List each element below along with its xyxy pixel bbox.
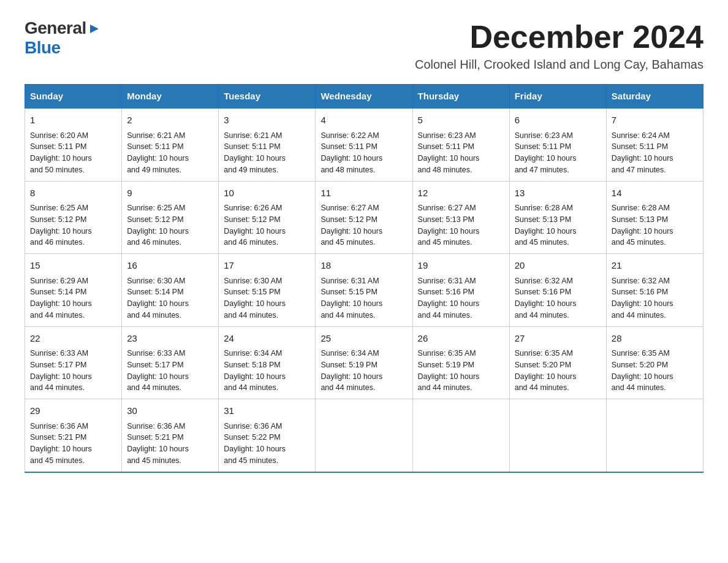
weekday-header-friday: Friday (509, 85, 606, 109)
calendar-table: SundayMondayTuesdayWednesdayThursdayFrid… (25, 84, 703, 473)
day-number: 12 (418, 186, 504, 201)
day-info: Sunrise: 6:35 AMSunset: 5:19 PMDaylight:… (418, 348, 504, 394)
calendar-cell: 30Sunrise: 6:36 AMSunset: 5:21 PMDayligh… (122, 399, 219, 472)
day-number: 18 (320, 259, 407, 273)
calendar-cell: 18Sunrise: 6:31 AMSunset: 5:15 PMDayligh… (316, 254, 412, 327)
calendar-cell: 4Sunrise: 6:22 AMSunset: 5:11 PMDaylight… (316, 108, 412, 181)
calendar-cell: 9Sunrise: 6:25 AMSunset: 5:12 PMDaylight… (122, 181, 219, 254)
day-number: 29 (30, 404, 116, 418)
header: General Blue December 2024 Colonel Hill,… (25, 18, 703, 72)
day-number: 16 (127, 259, 213, 273)
day-number: 2 (127, 113, 213, 128)
calendar-cell: 5Sunrise: 6:23 AMSunset: 5:11 PMDaylight… (412, 108, 509, 181)
calendar-cell: 24Sunrise: 6:34 AMSunset: 5:18 PMDayligh… (219, 326, 316, 399)
calendar-cell: 29Sunrise: 6:36 AMSunset: 5:21 PMDayligh… (25, 399, 122, 472)
calendar-cell: 15Sunrise: 6:29 AMSunset: 5:14 PMDayligh… (25, 254, 122, 327)
calendar-cell: 6Sunrise: 6:23 AMSunset: 5:11 PMDaylight… (509, 108, 606, 181)
calendar-cell: 11Sunrise: 6:27 AMSunset: 5:12 PMDayligh… (316, 181, 412, 254)
day-info: Sunrise: 6:29 AMSunset: 5:14 PMDaylight:… (30, 275, 116, 321)
calendar-cell: 16Sunrise: 6:30 AMSunset: 5:14 PMDayligh… (122, 254, 219, 327)
calendar-cell: 1Sunrise: 6:20 AMSunset: 5:11 PMDaylight… (25, 108, 122, 181)
day-number: 24 (224, 332, 310, 346)
day-info: Sunrise: 6:28 AMSunset: 5:13 PMDaylight:… (612, 202, 698, 248)
day-info: Sunrise: 6:28 AMSunset: 5:13 PMDaylight:… (515, 202, 601, 248)
day-number: 27 (515, 332, 601, 346)
calendar-cell: 10Sunrise: 6:26 AMSunset: 5:12 PMDayligh… (219, 181, 316, 254)
calendar-cell (316, 399, 412, 472)
weekday-header-monday: Monday (122, 85, 219, 109)
svg-marker-0 (90, 25, 99, 33)
weekday-header-sunday: Sunday (25, 85, 122, 109)
day-number: 14 (612, 186, 698, 201)
day-number: 31 (224, 404, 310, 418)
day-info: Sunrise: 6:31 AMSunset: 5:15 PMDaylight:… (320, 275, 407, 321)
calendar-cell: 14Sunrise: 6:28 AMSunset: 5:13 PMDayligh… (606, 181, 703, 254)
calendar-cell (606, 399, 703, 472)
day-number: 20 (515, 259, 601, 273)
day-info: Sunrise: 6:33 AMSunset: 5:17 PMDaylight:… (30, 348, 116, 394)
day-number: 23 (127, 332, 213, 346)
day-number: 26 (418, 332, 504, 346)
day-info: Sunrise: 6:32 AMSunset: 5:16 PMDaylight:… (515, 275, 601, 321)
day-number: 9 (127, 186, 213, 201)
day-number: 11 (320, 186, 407, 201)
day-number: 6 (515, 113, 601, 128)
calendar-cell: 2Sunrise: 6:21 AMSunset: 5:11 PMDaylight… (122, 108, 219, 181)
day-info: Sunrise: 6:21 AMSunset: 5:11 PMDaylight:… (127, 130, 213, 176)
day-number: 3 (224, 113, 310, 128)
day-number: 15 (30, 259, 116, 273)
day-number: 28 (612, 332, 698, 346)
day-info: Sunrise: 6:25 AMSunset: 5:12 PMDaylight:… (127, 202, 213, 248)
day-info: Sunrise: 6:31 AMSunset: 5:16 PMDaylight:… (418, 275, 504, 321)
day-number: 5 (418, 113, 504, 128)
day-info: Sunrise: 6:27 AMSunset: 5:12 PMDaylight:… (320, 202, 407, 248)
weekday-header-saturday: Saturday (606, 85, 703, 109)
day-info: Sunrise: 6:26 AMSunset: 5:12 PMDaylight:… (224, 202, 310, 248)
day-number: 25 (320, 332, 407, 346)
calendar-cell (509, 399, 606, 472)
calendar-cell (412, 399, 509, 472)
month-title: December 2024 (415, 18, 703, 55)
calendar-cell: 28Sunrise: 6:35 AMSunset: 5:20 PMDayligh… (606, 326, 703, 399)
day-info: Sunrise: 6:27 AMSunset: 5:13 PMDaylight:… (418, 202, 504, 248)
day-number: 13 (515, 186, 601, 201)
day-info: Sunrise: 6:21 AMSunset: 5:11 PMDaylight:… (224, 130, 310, 176)
calendar-cell: 13Sunrise: 6:28 AMSunset: 5:13 PMDayligh… (509, 181, 606, 254)
logo-arrow-icon (88, 22, 101, 36)
day-number: 30 (127, 404, 213, 418)
calendar-cell: 26Sunrise: 6:35 AMSunset: 5:19 PMDayligh… (412, 326, 509, 399)
day-info: Sunrise: 6:36 AMSunset: 5:22 PMDaylight:… (224, 421, 310, 467)
day-number: 10 (224, 186, 310, 201)
calendar-cell: 22Sunrise: 6:33 AMSunset: 5:17 PMDayligh… (25, 326, 122, 399)
day-info: Sunrise: 6:30 AMSunset: 5:15 PMDaylight:… (224, 275, 310, 321)
day-info: Sunrise: 6:36 AMSunset: 5:21 PMDaylight:… (30, 421, 116, 467)
calendar-cell: 20Sunrise: 6:32 AMSunset: 5:16 PMDayligh… (509, 254, 606, 327)
title-area: December 2024 Colonel Hill, Crooked Isla… (415, 18, 703, 72)
weekday-header-tuesday: Tuesday (219, 85, 316, 109)
location-subtitle: Colonel Hill, Crooked Island and Long Ca… (415, 58, 703, 72)
calendar-cell: 21Sunrise: 6:32 AMSunset: 5:16 PMDayligh… (606, 254, 703, 327)
day-number: 1 (30, 113, 116, 128)
day-info: Sunrise: 6:35 AMSunset: 5:20 PMDaylight:… (612, 348, 698, 394)
weekday-header-thursday: Thursday (412, 85, 509, 109)
day-info: Sunrise: 6:33 AMSunset: 5:17 PMDaylight:… (127, 348, 213, 394)
calendar-cell: 12Sunrise: 6:27 AMSunset: 5:13 PMDayligh… (412, 181, 509, 254)
day-info: Sunrise: 6:34 AMSunset: 5:19 PMDaylight:… (320, 348, 407, 394)
calendar-cell: 3Sunrise: 6:21 AMSunset: 5:11 PMDaylight… (219, 108, 316, 181)
calendar-cell: 27Sunrise: 6:35 AMSunset: 5:20 PMDayligh… (509, 326, 606, 399)
day-info: Sunrise: 6:22 AMSunset: 5:11 PMDaylight:… (320, 130, 407, 176)
logo: General Blue (25, 18, 101, 58)
day-info: Sunrise: 6:24 AMSunset: 5:11 PMDaylight:… (612, 130, 698, 176)
calendar-cell: 19Sunrise: 6:31 AMSunset: 5:16 PMDayligh… (412, 254, 509, 327)
calendar-cell: 17Sunrise: 6:30 AMSunset: 5:15 PMDayligh… (219, 254, 316, 327)
day-info: Sunrise: 6:23 AMSunset: 5:11 PMDaylight:… (515, 130, 601, 176)
logo-general-text: General (25, 18, 86, 38)
calendar-cell: 25Sunrise: 6:34 AMSunset: 5:19 PMDayligh… (316, 326, 412, 399)
day-info: Sunrise: 6:23 AMSunset: 5:11 PMDaylight:… (418, 130, 504, 176)
day-info: Sunrise: 6:32 AMSunset: 5:16 PMDaylight:… (612, 275, 698, 321)
weekday-header-wednesday: Wednesday (316, 85, 412, 109)
day-info: Sunrise: 6:36 AMSunset: 5:21 PMDaylight:… (127, 421, 213, 467)
day-number: 22 (30, 332, 116, 346)
day-number: 8 (30, 186, 116, 201)
calendar-cell: 23Sunrise: 6:33 AMSunset: 5:17 PMDayligh… (122, 326, 219, 399)
